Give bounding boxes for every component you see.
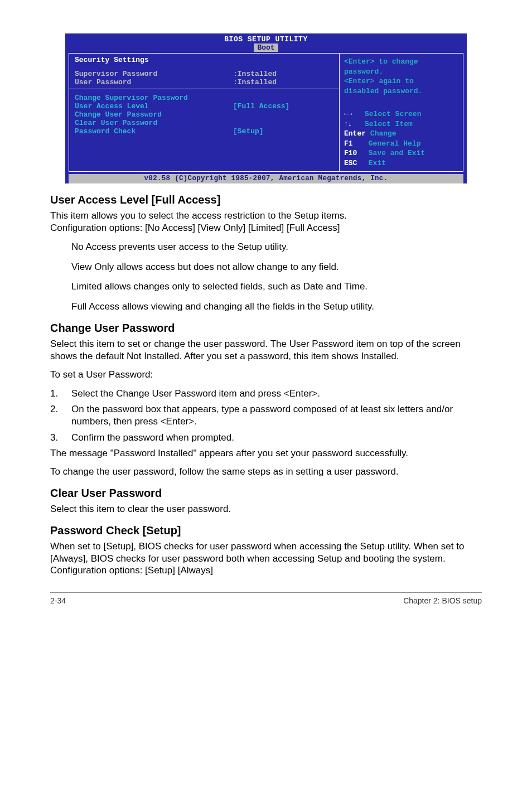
step-1: 1.Select the Change User Password item a… bbox=[50, 388, 482, 400]
bios-screenshot: BIOS SETUP UTILITY Boot Security Setting… bbox=[65, 33, 467, 183]
password-check-desc: When set to [Setup], BIOS checks for use… bbox=[50, 540, 482, 565]
full-access-desc: Full Access allows viewing and changing … bbox=[71, 301, 482, 313]
user-password-label: User Password bbox=[75, 78, 233, 86]
help-enter: Enter Change bbox=[344, 129, 458, 139]
f1-key: F1 bbox=[344, 139, 364, 149]
user-access-level-row: User Access Level [Full Access] bbox=[75, 102, 333, 110]
supervisor-password-row: Supervisor Password :Installed bbox=[75, 70, 333, 78]
help-f10: F10 Save and Exit bbox=[344, 148, 458, 158]
change-user-password: Change User Password bbox=[75, 110, 333, 119]
help-line1: <Enter> to change bbox=[344, 57, 458, 67]
supervisor-password-label: Supervisor Password bbox=[75, 70, 233, 78]
esc-text: Exit bbox=[369, 159, 386, 167]
help-line2: password. bbox=[344, 67, 458, 77]
heading-change-user-password: Change User Password bbox=[50, 322, 482, 335]
no-access-desc: No Access prevents user access to the Se… bbox=[71, 241, 482, 253]
heading-password-check: Password Check [Setup] bbox=[50, 524, 482, 537]
select-item-text: Select Item bbox=[365, 120, 413, 128]
change-supervisor-password: Change Supervisor Password bbox=[75, 94, 333, 102]
enter-text: Change bbox=[370, 129, 396, 138]
help-f1: F1 General Help bbox=[344, 139, 458, 149]
page-footer: 2-34 Chapter 2: BIOS setup bbox=[50, 592, 482, 605]
security-settings-heading: Security Settings bbox=[75, 56, 333, 64]
change-password-note: To change the user password, follow the … bbox=[50, 466, 482, 478]
limited-desc: Limited allows changes only to selected … bbox=[71, 281, 482, 293]
clear-user-password-desc: Select this item to clear the user passw… bbox=[50, 503, 482, 515]
step-1-text: Select the Change User Password item and… bbox=[71, 388, 320, 400]
bios-tab-row: Boot bbox=[65, 44, 467, 53]
to-set-user-password: To set a User Password: bbox=[50, 369, 482, 381]
bios-title: BIOS SETUP UTILITY bbox=[65, 33, 467, 44]
select-screen-text: Select Screen bbox=[365, 110, 421, 118]
user-password-row: User Password :Installed bbox=[75, 78, 333, 86]
step-2-text: On the password box that appears, type a… bbox=[71, 403, 482, 428]
user-access-level-options: Configuration options: [No Access] [View… bbox=[50, 222, 482, 234]
clear-user-password: Clear User Password bbox=[75, 119, 333, 127]
f10-text: Save and Exit bbox=[369, 149, 425, 157]
heading-user-access-level: User Access Level [Full Access] bbox=[50, 194, 482, 206]
left-right-arrow-icon: ←→ bbox=[344, 110, 352, 118]
change-user-password-desc: Select this item to set or change the us… bbox=[50, 338, 482, 363]
supervisor-password-value: :Installed bbox=[233, 70, 333, 78]
help-line3: <Enter> again to bbox=[344, 76, 458, 86]
user-access-level-label: User Access Level bbox=[75, 102, 233, 110]
password-check-row: Password Check [Setup] bbox=[75, 127, 333, 136]
bios-tab-boot: Boot bbox=[254, 44, 278, 52]
bios-left-pane: Security Settings Supervisor Password :I… bbox=[69, 54, 340, 171]
heading-clear-user-password: Clear User Password bbox=[50, 487, 482, 500]
enter-key: Enter bbox=[344, 129, 366, 138]
up-down-arrow-icon: ↑↓ bbox=[344, 120, 352, 128]
f1-text: General Help bbox=[369, 139, 421, 148]
access-level-descriptions: No Access prevents user access to the Se… bbox=[71, 241, 482, 313]
bios-body: Security Settings Supervisor Password :I… bbox=[69, 53, 463, 172]
help-line4: disabled password. bbox=[344, 86, 458, 96]
user-access-level-value: [Full Access] bbox=[233, 102, 333, 110]
user-password-value: :Installed bbox=[233, 78, 333, 86]
set-password-steps: 1.Select the Change User Password item a… bbox=[50, 388, 482, 443]
help-select-item: ↑↓ Select Item bbox=[344, 119, 458, 129]
help-select-screen: ←→ Select Screen bbox=[344, 109, 458, 119]
page-number: 2-34 bbox=[50, 596, 66, 605]
user-access-level-desc: This item allows you to select the acces… bbox=[50, 210, 482, 222]
step-3: 3.Confirm the password when prompted. bbox=[50, 432, 482, 444]
step-3-text: Confirm the password when prompted. bbox=[71, 432, 234, 444]
password-check-options: Configuration options: [Setup] [Always] bbox=[50, 564, 482, 577]
help-esc: ESC Exit bbox=[344, 158, 458, 168]
view-only-desc: View Only allows access but does not all… bbox=[71, 261, 482, 273]
bios-copyright-footer: v02.58 (C)Copyright 1985-2007, American … bbox=[69, 174, 463, 183]
password-check-value: [Setup] bbox=[233, 127, 333, 136]
step-2: 2.On the password box that appears, type… bbox=[50, 403, 482, 428]
password-check-label: Password Check bbox=[75, 127, 233, 136]
chapter-label: Chapter 2: BIOS setup bbox=[403, 596, 482, 605]
bios-help-pane: <Enter> to change password. <Enter> agai… bbox=[340, 54, 463, 171]
esc-key: ESC bbox=[344, 158, 364, 168]
f10-key: F10 bbox=[344, 148, 364, 158]
password-installed-msg: The message "Password Installed" appears… bbox=[50, 447, 482, 460]
